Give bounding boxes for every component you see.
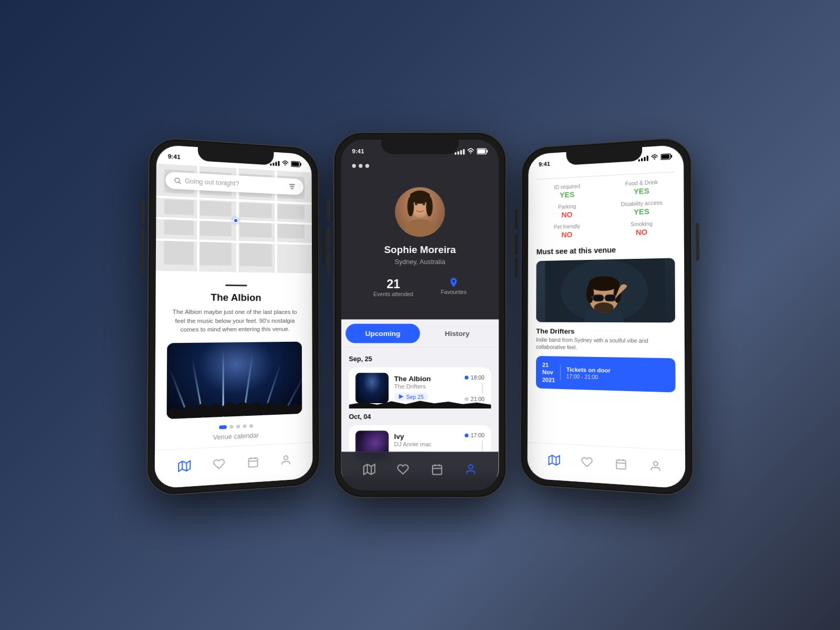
svg-point-35 — [469, 465, 473, 469]
nav-map-icon-3[interactable] — [547, 453, 561, 467]
event-name-2: Ivy — [394, 433, 459, 441]
svg-line-5 — [289, 184, 295, 185]
event-date-1: Sep, 25 — [349, 355, 491, 363]
artist-desc: Indie band from Sydney with a soulful vi… — [536, 337, 675, 353]
venue-calendar-label: Venue calendar — [166, 429, 302, 444]
svg-point-15 — [284, 456, 288, 460]
must-see-title: Must see at this venue — [537, 244, 675, 256]
search-icon — [173, 177, 181, 185]
svg-rect-47 — [593, 295, 604, 301]
svg-marker-8 — [178, 460, 190, 471]
phone-3: 9:41 — [521, 138, 692, 496]
event-name-1: The Albion — [394, 374, 459, 383]
phone-2: 9:41 — [334, 133, 506, 497]
profile-header: Sophie Moreira Sydney, Australia 21 Even… — [341, 160, 499, 320]
ticket-divider — [560, 365, 561, 381]
info-id-required: ID required YES — [537, 183, 598, 201]
event-artist-1: The Drifters — [394, 383, 459, 390]
nav-map-icon[interactable] — [177, 458, 192, 474]
filter-icon[interactable] — [288, 182, 296, 191]
profile-name: Sophie Moreira — [384, 245, 456, 256]
profile-location: Sydney, Australia — [395, 258, 445, 266]
nav-heart-icon[interactable] — [212, 456, 226, 471]
phone-2-status-icons — [455, 148, 488, 155]
svg-rect-1 — [300, 163, 301, 166]
event-date-tag-1: Sep 25 — [394, 393, 428, 401]
nav-map-icon-2[interactable] — [362, 462, 376, 476]
svg-point-20 — [405, 219, 436, 237]
phone-1-time: 9:41 — [168, 153, 181, 161]
time-start-1: 18:00 — [465, 374, 485, 381]
stat-events: 21 Events attended — [373, 277, 413, 298]
info-smoking: Smoking NO — [609, 220, 675, 237]
phone-2-bottom-nav — [341, 452, 499, 490]
phone-3-screen: 9:41 — [528, 144, 686, 489]
venue-description: The Albion maybe just one of the last pl… — [167, 308, 302, 334]
wifi-icon-3 — [650, 153, 658, 161]
phone-3-bottom-nav — [528, 442, 686, 489]
phone-3-content: ID required YES Food & Drink YES Parking… — [528, 164, 685, 401]
nav-calendar-icon[interactable] — [246, 455, 260, 469]
dot-2 — [229, 425, 233, 428]
search-text: Going out tonight? — [185, 177, 285, 190]
info-disability-value: YES — [609, 206, 675, 217]
nav-heart-icon-3[interactable] — [580, 455, 594, 469]
ticket-date-month: Nov — [542, 369, 555, 376]
nav-person-icon[interactable] — [279, 453, 293, 467]
battery-icon — [291, 161, 301, 167]
svg-rect-27 — [410, 193, 430, 201]
events-label: Events attended — [373, 291, 413, 298]
stat-favourites: Favourites — [441, 277, 467, 298]
svg-line-14 — [248, 460, 257, 461]
arrow-icon — [398, 394, 404, 400]
nav-calendar-icon-2[interactable] — [430, 462, 444, 476]
nav-calendar-icon-3[interactable] — [614, 456, 628, 471]
must-see-image — [536, 258, 675, 322]
dot-b — [359, 164, 362, 167]
svg-point-44 — [586, 284, 594, 303]
info-id-value: YES — [537, 189, 598, 200]
info-food-drink: Food & Drink YES — [609, 178, 675, 197]
svg-point-59 — [654, 461, 658, 466]
ticket-button[interactable]: 21 Nov 2021 Tickets on door 17:00 - 21:0… — [536, 356, 676, 392]
phone-2-time: 9:41 — [352, 148, 364, 155]
ticket-label: Tickets on door — [566, 366, 611, 374]
events-count: 21 — [373, 277, 413, 291]
phone-2-notch — [382, 140, 459, 154]
ticket-date-year: 2021 — [542, 376, 555, 384]
phone-1: 9:41 — [148, 138, 319, 496]
tabs-container: Upcoming History — [341, 319, 499, 348]
svg-rect-48 — [605, 295, 616, 301]
phone-3-time: 9:41 — [539, 161, 550, 167]
nav-heart-icon-2[interactable] — [396, 462, 410, 476]
svg-rect-38 — [662, 154, 669, 159]
nav-person-icon-2[interactable] — [464, 462, 478, 476]
nav-person-icon-3[interactable] — [648, 458, 664, 474]
battery-icon-2 — [477, 148, 488, 155]
svg-point-46 — [594, 302, 613, 313]
event-thumb-1 — [355, 373, 388, 403]
favourites-icon-wrapper — [441, 277, 467, 288]
map-area[interactable]: Going out tonight? — [156, 164, 312, 274]
tab-upcoming[interactable]: Upcoming — [345, 324, 420, 343]
dot-5 — [249, 424, 253, 427]
svg-rect-18 — [477, 149, 485, 153]
info-food-value: YES — [609, 185, 675, 197]
time-start-2: 17:00 — [465, 432, 485, 438]
svg-point-3 — [175, 178, 180, 183]
tab-history[interactable]: History — [420, 324, 495, 343]
pin-icon — [448, 277, 459, 288]
more-dots[interactable] — [352, 164, 370, 167]
phone-3-status-icons — [638, 153, 673, 162]
event-info-1: The Albion The Drifters Sep 25 — [394, 374, 459, 401]
svg-rect-17 — [487, 150, 488, 153]
info-disability: Disability access YES — [609, 199, 675, 217]
artist-name: The Drifters — [536, 327, 675, 336]
event-card-1[interactable]: The Albion The Drifters Sep 25 18:00 — [349, 368, 491, 409]
avatar — [395, 187, 445, 237]
venue-title: The Albion — [167, 292, 302, 304]
info-pet: Pet friendly NO — [537, 223, 598, 239]
dot-4 — [243, 424, 246, 428]
divider — [225, 285, 247, 286]
artist-photo — [536, 258, 675, 322]
